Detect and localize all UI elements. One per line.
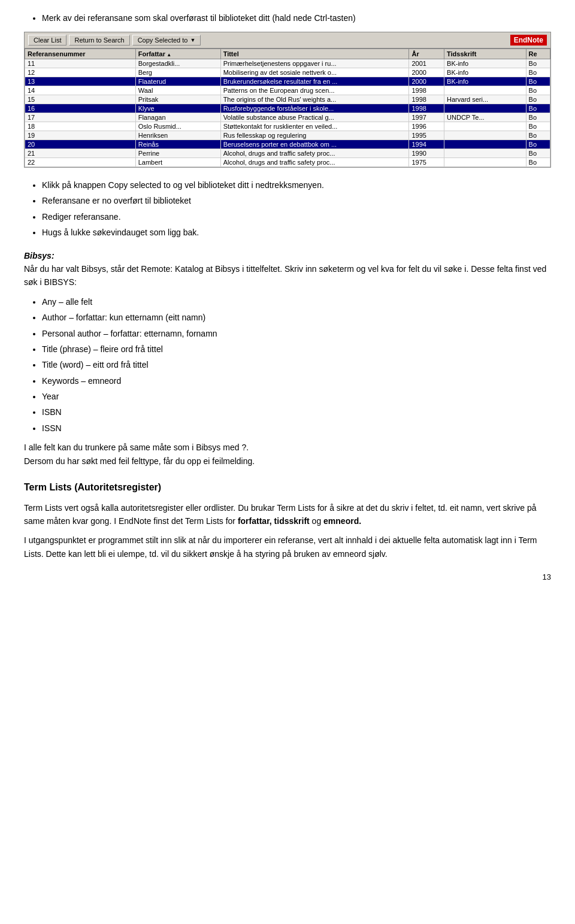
copy-selected-to-button[interactable]: Copy Selected to ▼: [132, 35, 201, 46]
bibsys-field-item: ISSN: [42, 422, 551, 435]
term-lists-section: Term Lists (Autoritetsregister) Term Lis…: [24, 480, 551, 561]
endnote-screenshot: Clear List Return to Search Copy Selecte…: [24, 32, 551, 168]
bibsys-field-item: Title (phrase) – fleire ord frå tittel: [42, 343, 551, 356]
col-header-author: Forfattar: [135, 49, 220, 59]
bibsys-field-item: Any – alle felt: [42, 295, 551, 308]
bibsys-section: Bibsys: Når du har valt Bibsys, står det…: [24, 249, 551, 468]
col-header-refnum: Referansenummer: [25, 49, 136, 59]
bibsys-field-item: Personal author – forfattar: etternamn, …: [42, 327, 551, 340]
intro-section: Merk av dei referansane som skal overfør…: [24, 12, 551, 25]
endnote-logo: EndNote: [510, 35, 547, 46]
after-bullet-1: Klikk på knappen Copy selected to og vel…: [42, 178, 551, 192]
endnote-toolbar: Clear List Return to Search Copy Selecte…: [25, 32, 550, 49]
bibsys-field-item: Keywords – emneord: [42, 374, 551, 387]
term-lists-para2: I utgangspunktet er programmet stilt inn…: [24, 534, 551, 561]
after-screenshot-section: Klikk på knappen Copy selected to og vel…: [24, 178, 551, 240]
table-row[interactable]: 15PritsakThe origins of the Old Rus' wei…: [25, 95, 550, 104]
after-bullet-3: Rediger referansane.: [42, 210, 551, 223]
references-table: Referansenummer Forfattar Tittel År Tids…: [25, 49, 550, 167]
col-header-re: Re: [526, 49, 550, 59]
col-header-journal: Tidsskrift: [444, 49, 526, 59]
clear-list-button[interactable]: Clear List: [28, 35, 66, 46]
bibsys-intro: Når du har valt Bibsys, står det Remote:…: [24, 264, 546, 287]
table-row[interactable]: 17FlanaganVolatile substance abuse Pract…: [25, 113, 550, 122]
table-row[interactable]: 16KlyveRusforebyggende forståelser i sko…: [25, 104, 550, 113]
bibsys-field-item: Author – forfattar: kun etternamn (eitt …: [42, 311, 551, 324]
intro-bullet-1: Merk av dei referansane som skal overfør…: [42, 12, 551, 25]
term-lists-para1: Term Lists vert også kalla autoritetsreg…: [24, 501, 551, 528]
table-row[interactable]: 13FlaaterudBrukerundersøkelse resultater…: [25, 77, 550, 86]
table-row[interactable]: 12BergMobilisering av det sosiale nettve…: [25, 68, 550, 77]
table-row[interactable]: 20ReinåsBeruselsens porter en debattbok …: [25, 140, 550, 149]
bibsys-field-item: ISBN: [42, 405, 551, 419]
bibsys-label: Bibsys:: [24, 251, 55, 260]
return-to-search-button[interactable]: Return to Search: [69, 35, 129, 46]
table-row[interactable]: 22LambertAlcohol, drugs and traffic safe…: [25, 158, 550, 167]
page-number: 13: [24, 572, 551, 581]
table-row[interactable]: 14WaalPatterns on the European drug scen…: [25, 86, 550, 95]
after-bullet-2: Referansane er no overført til bibliotek…: [42, 194, 551, 207]
bibsys-error: Dersom du har søkt med feil felttype, få…: [24, 456, 255, 466]
col-header-year: År: [409, 49, 444, 59]
bibsys-truncate: I alle felt kan du trunkere på same måte…: [24, 443, 249, 452]
table-row[interactable]: 18Oslo Rusmid...Støttekontakt for ruskli…: [25, 122, 550, 131]
col-header-title: Tittel: [220, 49, 409, 59]
term-lists-heading: Term Lists (Autoritetsregister): [24, 480, 551, 495]
table-row[interactable]: 11Borgestadkli...Primærhelsetjenestens o…: [25, 59, 550, 68]
bibsys-field-item: Title (word) – eitt ord frå tittel: [42, 358, 551, 371]
dropdown-arrow-icon: ▼: [190, 37, 195, 43]
table-row[interactable]: 21PerrineAlcohol, drugs and traffic safe…: [25, 149, 550, 158]
table-row[interactable]: 19HenriksenRus fellesskap og regulering1…: [25, 131, 550, 140]
after-bullet-4: Hugs å lukke søkevindauget som ligg bak.: [42, 226, 551, 239]
bibsys-field-item: Year: [42, 390, 551, 403]
